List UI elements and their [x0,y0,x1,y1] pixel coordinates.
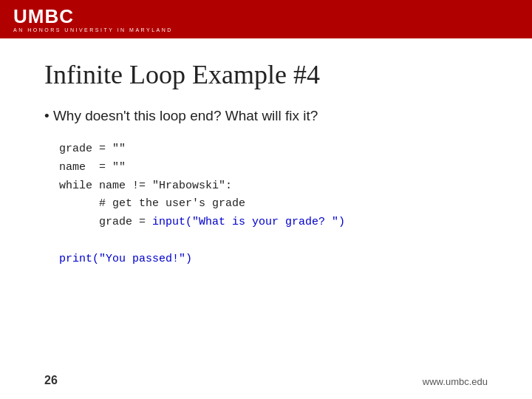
code-line-4: # get the user's grade [59,195,488,214]
bullet-point: • Why doesn't this loop end? What will f… [44,108,488,124]
main-content: Infinite Loop Example #4 • Why doesn't t… [0,38,532,399]
code-line-5: grade = input("What is your grade? ") [59,214,488,232]
code-line-2: name = "" [59,159,488,177]
slide-title: Infinite Loop Example #4 [44,59,488,90]
umbc-logo-text: UMBC [13,7,173,26]
code-block: grade = "" name = "" while name != "Hrab… [59,140,488,268]
code-line-7: print("You passed!") [59,250,488,269]
code-line-5-blue: input("What is your grade? ") [152,216,345,228]
code-line-1: grade = "" [59,140,488,159]
umbc-logo-subtitle: AN HONORS UNIVERSITY IN MARYLAND [13,27,173,33]
website: www.umbc.edu [423,376,488,387]
code-line-6 [59,232,488,250]
code-line-5-prefix: grade = [59,216,152,228]
header: UMBC AN HONORS UNIVERSITY IN MARYLAND [0,0,532,38]
footer: 26 www.umbc.edu [44,368,488,387]
slide-number: 26 [44,374,58,387]
code-line-3: while name != "Hrabowski": [59,177,488,196]
umbc-logo: UMBC AN HONORS UNIVERSITY IN MARYLAND [13,7,173,33]
